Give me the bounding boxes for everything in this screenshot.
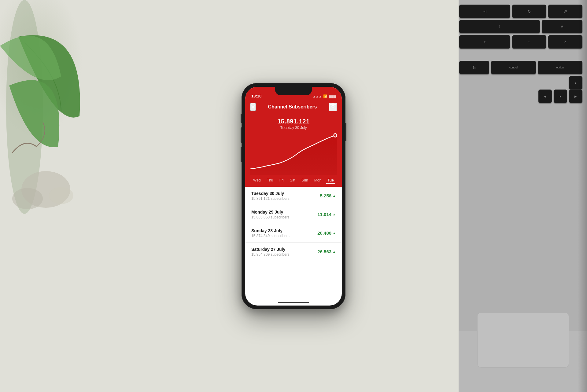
status-time: 13:10 (251, 94, 261, 98)
control-key[interactable]: control (491, 61, 536, 74)
stats-date-1: Monday 29 July (251, 210, 290, 214)
down-arrow-key[interactable]: ▼ (554, 90, 567, 103)
close-button[interactable]: ✕ (250, 103, 256, 111)
stats-item-3[interactable]: Saturday 27 July 15.854.369 subscribers … (245, 243, 342, 261)
q-key[interactable]: Q (512, 5, 546, 18)
home-indicator (278, 302, 309, 303)
stats-item-left-0: Tuesday 30 July 15.891.121 subscribers (251, 191, 290, 201)
shift-key[interactable]: ⇧ (459, 35, 510, 49)
svg-point-8 (334, 134, 336, 137)
stats-value-1: 11.014 (317, 212, 331, 217)
chart-stats: 15.891.121 Tuesday 30 July (250, 118, 337, 130)
tab-tue[interactable]: Tue (326, 178, 335, 184)
stats-item-1[interactable]: Monday 29 July 15.885.863 subscribers 11… (245, 205, 342, 224)
camera-button[interactable] (329, 103, 337, 111)
wifi-icon: 📶 (323, 94, 327, 98)
stats-value-0: 5.258 (320, 193, 332, 198)
laptop-edge-shadow (578, 0, 587, 392)
svg-rect-6 (332, 104, 334, 105)
z-key[interactable]: Z (548, 35, 582, 49)
stats-item-0[interactable]: Tuesday 30 July 15.891.121 subscribers 5… (245, 187, 342, 205)
svg-point-2 (12, 188, 43, 209)
phone-power-button[interactable] (345, 123, 346, 141)
stats-right-2: 20.480 ▲ (317, 230, 336, 236)
day-tabs: Wed Thu Fri Sat Sun Mon Tue (245, 175, 342, 187)
tilde-key[interactable]: ~ (512, 35, 546, 49)
left-arrow-key[interactable]: ◀ (538, 90, 552, 103)
laptop-keyboard-area: →| Q W ⇧ A ⇧ ~ Z fn control option ▲ ◀ ▼… (459, 0, 587, 392)
stats-right-1: 11.014 ▲ (317, 212, 336, 217)
stats-arrow-1: ▲ (333, 213, 336, 216)
tab-fri[interactable]: Fri (278, 178, 285, 184)
tab-sat[interactable]: Sat (289, 178, 297, 184)
stats-item-left-2: Sunday 28 July 15.874.849 subscribers (251, 228, 290, 238)
stats-subscribers-1: 15.885.863 subscribers (251, 215, 290, 219)
tab-mon[interactable]: Mon (313, 178, 323, 184)
stats-subscribers-3: 15.854.369 subscribers (251, 252, 290, 257)
stats-date-2: Sunday 28 July (251, 228, 290, 233)
svg-point-5 (332, 105, 334, 108)
tab-key[interactable]: →| (459, 5, 510, 18)
stats-item-2[interactable]: Sunday 28 July 15.874.849 subscribers 20… (245, 224, 342, 243)
phone-notch (275, 87, 312, 95)
stats-arrow-3: ▲ (333, 250, 336, 253)
plant-decoration (0, 0, 98, 214)
w-key[interactable]: W (548, 5, 582, 18)
stats-item-left-1: Monday 29 July 15.885.863 subscribers (251, 210, 290, 219)
stats-list: Tuesday 30 July 15.891.121 subscribers 5… (245, 187, 342, 261)
a-key[interactable]: A (542, 20, 582, 33)
phone: 13:10 ▲▲▲ 📶 ▓▓▓ ✕ Channel Subscribers (242, 83, 345, 309)
signal-icon: ▲▲▲ (312, 95, 322, 98)
stats-arrow-2: ▲ (333, 231, 336, 235)
caps-key[interactable]: ⇧ (459, 20, 540, 33)
screen-title: Channel Subscribers (268, 104, 317, 110)
phone-body: 13:10 ▲▲▲ 📶 ▓▓▓ ✕ Channel Subscribers (242, 83, 345, 309)
stats-value-3: 26.563 (317, 249, 331, 254)
stats-date-3: Saturday 27 July (251, 247, 290, 252)
tab-wed[interactable]: Wed (252, 178, 262, 184)
stats-right-0: 5.258 ▲ (320, 193, 336, 198)
option-key[interactable]: option (538, 61, 582, 74)
trackpad[interactable] (477, 313, 569, 368)
total-subscribers: 15.891.121 (250, 118, 337, 125)
stats-value-2: 20.480 (317, 230, 331, 236)
chart-area: 15.891.121 Tuesday 30 July (245, 115, 342, 175)
tab-sun[interactable]: Sun (300, 178, 309, 184)
stats-item-left-3: Saturday 27 July 15.854.369 subscribers (251, 247, 290, 257)
fn-key[interactable]: fn (459, 61, 489, 74)
content-area: Tuesday 30 July 15.891.121 subscribers 5… (245, 187, 342, 261)
stats-right-3: 26.563 ▲ (317, 249, 336, 254)
stats-subscribers-2: 15.874.849 subscribers (251, 234, 290, 238)
svg-point-3 (49, 187, 73, 204)
app-header: ✕ Channel Subscribers (245, 100, 342, 115)
phone-screen: 13:10 ▲▲▲ 📶 ▓▓▓ ✕ Channel Subscribers (245, 87, 342, 306)
stats-subscribers-0: 15.891.121 subscribers (251, 196, 290, 201)
stats-arrow-0: ▲ (333, 194, 336, 197)
battery-icon: ▓▓▓ (329, 95, 336, 98)
status-icons: ▲▲▲ 📶 ▓▓▓ (312, 94, 336, 98)
tab-thu[interactable]: Thu (266, 178, 275, 184)
stats-date-0: Tuesday 30 July (251, 191, 290, 196)
selected-date: Tuesday 30 July (250, 126, 337, 130)
line-chart[interactable] (250, 132, 337, 175)
